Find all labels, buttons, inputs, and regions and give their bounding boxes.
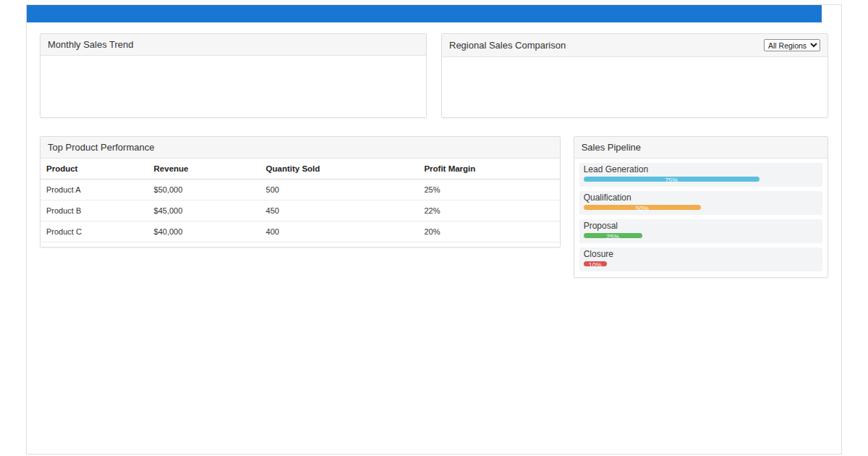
region-filter-select[interactable]: All Regions bbox=[764, 39, 820, 51]
pipeline-stage-percent: 50% bbox=[584, 205, 701, 213]
dashboard-content: Monthly Sales Trend Regional Sales Compa… bbox=[27, 22, 841, 278]
monthly-sales-trend-card: Monthly Sales Trend bbox=[40, 33, 427, 118]
top-navigation-bar bbox=[27, 5, 822, 22]
product-table-wrap: ProductRevenueQuantity SoldProfit Margin… bbox=[41, 159, 560, 247]
table-cell: $40,000 bbox=[148, 221, 260, 242]
pipeline-stage-percent: 25% bbox=[584, 233, 642, 241]
table-header-row: ProductRevenueQuantity SoldProfit Margin bbox=[41, 159, 560, 180]
table-cell: $45,000 bbox=[148, 200, 260, 221]
pipeline-stage-list: Lead Generation75%Qualification50%Propos… bbox=[574, 159, 827, 277]
regional-sales-chart-area bbox=[442, 57, 827, 117]
regional-sales-comparison-card: Regional Sales Comparison All Regions bbox=[441, 33, 828, 118]
table-row: Product A$50,00050025% bbox=[41, 180, 560, 200]
pipeline-stage: Closure10% bbox=[579, 248, 822, 271]
sales-pipeline-card: Sales Pipeline Lead Generation75%Qualifi… bbox=[574, 136, 828, 278]
table-cell: 400 bbox=[260, 221, 419, 242]
charts-row: Monthly Sales Trend Regional Sales Compa… bbox=[40, 33, 828, 118]
dashboard-page: Monthly Sales Trend Regional Sales Compa… bbox=[26, 4, 842, 455]
table-cell: 25% bbox=[418, 180, 559, 200]
pipeline-stage: Lead Generation75% bbox=[579, 163, 822, 187]
pipeline-stage-label: Lead Generation bbox=[584, 164, 818, 174]
table-cell: $50,000 bbox=[148, 180, 260, 200]
table-row: Product B$45,00045022% bbox=[41, 200, 560, 221]
pipeline-stage-percent: 75% bbox=[584, 177, 760, 185]
column-header: Profit Margin bbox=[418, 159, 559, 180]
pipeline-stage-label: Closure bbox=[584, 249, 818, 259]
column-header: Quantity Sold bbox=[260, 159, 419, 180]
card-header: Monthly Sales Trend bbox=[41, 34, 426, 56]
pipeline-stage: Proposal25% bbox=[579, 219, 822, 243]
pipeline-stage-label: Qualification bbox=[584, 193, 818, 203]
table-cell: 20% bbox=[418, 221, 559, 242]
pipeline-progress-bar: 50% bbox=[584, 205, 701, 210]
pipeline-progress-bar: 75% bbox=[584, 177, 760, 182]
pipeline-stage-percent: 10% bbox=[584, 261, 607, 269]
monthly-sales-chart-area bbox=[41, 56, 426, 117]
table-row: Product C$40,00040020% bbox=[41, 221, 560, 242]
details-row: Top Product Performance ProductRevenueQu… bbox=[40, 136, 828, 278]
pipeline-progress-bar: 10% bbox=[584, 261, 607, 266]
top-product-performance-title: Top Product Performance bbox=[48, 142, 154, 153]
card-header: Sales Pipeline bbox=[574, 137, 827, 159]
table-cell: 22% bbox=[418, 200, 559, 221]
column-header: Revenue bbox=[148, 159, 260, 180]
table-cell: 450 bbox=[260, 200, 419, 221]
pipeline-stage-label: Proposal bbox=[584, 221, 818, 231]
table-cell: 500 bbox=[260, 180, 419, 200]
table-cell: Product B bbox=[41, 200, 148, 221]
product-performance-table: ProductRevenueQuantity SoldProfit Margin… bbox=[41, 159, 560, 242]
sales-pipeline-title: Sales Pipeline bbox=[582, 142, 641, 153]
pipeline-stage: Qualification50% bbox=[579, 191, 822, 215]
regional-sales-comparison-title: Regional Sales Comparison bbox=[449, 40, 566, 51]
card-header: Top Product Performance bbox=[41, 137, 560, 159]
table-cell: Product A bbox=[41, 180, 148, 200]
pipeline-progress-bar: 25% bbox=[584, 233, 642, 238]
card-header: Regional Sales Comparison All Regions bbox=[442, 34, 827, 57]
top-product-performance-card: Top Product Performance ProductRevenueQu… bbox=[40, 136, 561, 248]
monthly-sales-trend-title: Monthly Sales Trend bbox=[48, 39, 134, 50]
column-header: Product bbox=[41, 159, 148, 180]
table-cell: Product C bbox=[41, 221, 148, 242]
